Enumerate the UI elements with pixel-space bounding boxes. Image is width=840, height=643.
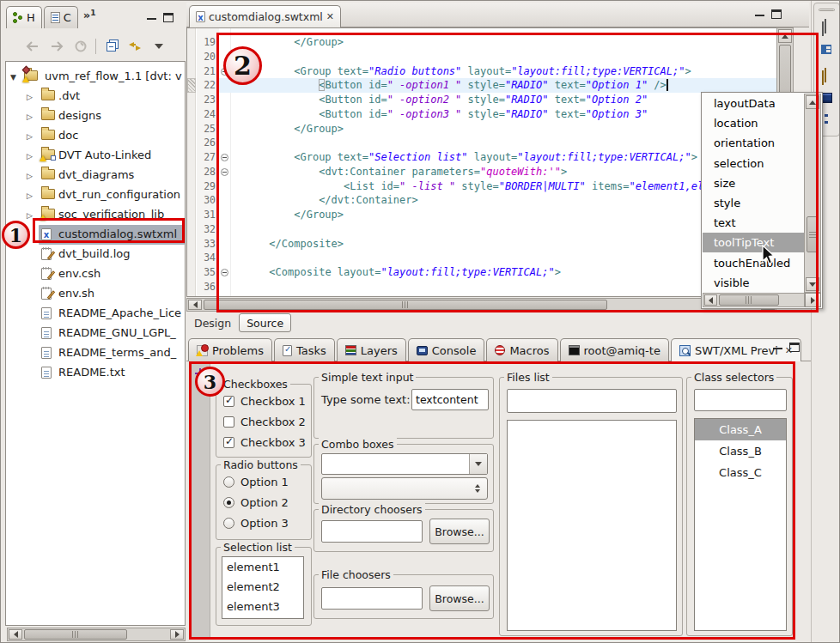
tree-item-uvm-ref-flow-1-1-dvt-v[interactable]: ▼uvm_ref_flow_1.1 [dvt: v xyxy=(6,67,186,87)
scroll-right-icon[interactable] xyxy=(805,293,821,307)
more-views-icon[interactable] xyxy=(825,113,828,124)
bottom-tab-tasks[interactable]: Tasks xyxy=(274,338,335,361)
expander-collapsed-icon[interactable]: ▷ xyxy=(27,93,33,101)
maximize-icon[interactable] xyxy=(163,13,173,22)
show-view-icon[interactable] xyxy=(821,45,831,54)
tab-overflow-chevron[interactable]: »1 xyxy=(80,6,96,28)
list-item-Class_B[interactable]: Class_B xyxy=(695,440,786,462)
file-path-input[interactable] xyxy=(321,587,423,610)
view-menu-icon[interactable] xyxy=(149,37,168,56)
minimize-icon[interactable] xyxy=(147,16,156,20)
scroll-thumb[interactable] xyxy=(24,629,127,640)
scroll-left-icon[interactable] xyxy=(704,294,717,306)
scroll-up-icon[interactable] xyxy=(778,29,792,43)
autocomplete-item-size[interactable]: size xyxy=(703,173,805,193)
files-filter-input[interactable] xyxy=(507,389,677,413)
tree-item-env-csh[interactable]: env.csh xyxy=(6,264,186,284)
checkbox-icon[interactable]: ✓ xyxy=(223,396,234,407)
expander-collapsed-icon[interactable]: ▷ xyxy=(27,152,33,161)
chevron-down-icon[interactable] xyxy=(469,454,487,474)
go-up-icon[interactable] xyxy=(71,37,90,56)
class-filter-input[interactable] xyxy=(694,389,787,411)
editor-hscrollbar[interactable] xyxy=(186,298,776,312)
minimize-icon[interactable] xyxy=(773,346,782,349)
autocomplete-item-text[interactable]: text xyxy=(703,213,805,233)
fold-collapse-icon[interactable] xyxy=(221,168,228,176)
expander-collapsed-icon[interactable]: ▷ xyxy=(27,191,33,200)
simple-text-input[interactable] xyxy=(411,389,489,410)
drag-handle[interactable] xyxy=(819,9,835,11)
tree-item-readme-gnu-lgpl-[interactable]: README_GNU_LGPL_ xyxy=(6,324,186,343)
design-view-button[interactable]: Design xyxy=(189,314,236,332)
scroll-right-icon[interactable] xyxy=(170,629,184,640)
radio-1[interactable]: Option 1 xyxy=(223,476,289,488)
spinner-arrows-icon[interactable] xyxy=(470,480,485,497)
editor-tab-customdialog[interactable]: x customdialog.swtxml ✕ xyxy=(189,5,341,27)
autocomplete-item-layoutData[interactable]: layoutData xyxy=(703,94,805,113)
list-item-element2[interactable]: element2 xyxy=(222,577,303,597)
radio-3[interactable]: Option 3 xyxy=(223,517,289,530)
checkbox-icon[interactable]: ✓ xyxy=(223,437,234,448)
scroll-thumb[interactable] xyxy=(807,216,819,252)
tab-compile-order[interactable]: C xyxy=(44,6,78,28)
autocomplete-item-location[interactable]: location xyxy=(703,113,805,133)
tree-item-customdialog-swtxml[interactable]: xcustomdialog.swtxml xyxy=(6,225,186,245)
back-icon[interactable] xyxy=(23,37,42,56)
preview-palette-strip[interactable] xyxy=(192,364,210,640)
directory-path-input[interactable] xyxy=(321,520,423,543)
expander-collapsed-icon[interactable]: ▷ xyxy=(27,211,33,220)
bottom-tab-root-amiq-te[interactable]: root@amiq-te xyxy=(560,338,669,361)
autocomplete-item-style[interactable]: style xyxy=(703,193,805,213)
expander-expanded-icon[interactable]: ▼ xyxy=(10,73,16,82)
link-with-editor-icon[interactable] xyxy=(125,37,144,56)
browse-file-button[interactable]: Browse... xyxy=(429,585,490,611)
tree-item-readme-apache-lice[interactable]: README_Apache_Lice xyxy=(6,304,186,324)
list-item-Class_A[interactable]: Class_A xyxy=(695,419,786,440)
tree-item-designs[interactable]: ▷designs xyxy=(6,106,186,126)
browse-directory-button[interactable]: Browse... xyxy=(429,519,490,544)
bottom-tab-macros[interactable]: Macros xyxy=(486,338,557,361)
maximize-icon[interactable] xyxy=(789,343,800,352)
files-list[interactable] xyxy=(507,420,677,631)
maximize-icon[interactable] xyxy=(771,9,782,19)
tree-item-dvt-run-configuration[interactable]: ▷dvt_run_configuration xyxy=(6,185,186,205)
dropdown-hscrollbar[interactable] xyxy=(703,293,805,307)
tree-item-dvt-build-log[interactable]: dvt_build.log xyxy=(6,245,186,264)
diagrams-view-icon[interactable] xyxy=(825,68,826,82)
autocomplete-item-visible[interactable]: visible xyxy=(703,273,805,293)
list-item-Class_C[interactable]: Class_C xyxy=(695,462,786,483)
expander-collapsed-icon[interactable]: ▷ xyxy=(27,132,33,141)
combo-box-1[interactable] xyxy=(321,453,488,475)
fold-collapse-icon[interactable] xyxy=(221,269,228,276)
tree-item-env-sh[interactable]: env.sh xyxy=(6,284,186,304)
restore-view-icon[interactable] xyxy=(822,21,824,36)
tree-item-readme-terms-and-[interactable]: README_terms_and_ xyxy=(6,343,186,363)
explorer-hscrollbar[interactable] xyxy=(7,628,186,641)
dropdown-vscrollbar[interactable] xyxy=(804,94,821,293)
radio-icon[interactable] xyxy=(223,476,234,488)
fold-collapse-icon[interactable] xyxy=(221,154,228,161)
collapse-all-icon[interactable] xyxy=(101,37,120,56)
forward-icon[interactable] xyxy=(47,37,66,56)
tree-item--dvt[interactable]: ▷.dvt xyxy=(6,87,186,106)
list-item-element3[interactable]: element3 xyxy=(222,597,303,616)
tree-item-doc[interactable]: ▷doc xyxy=(6,126,186,146)
expander-collapsed-icon[interactable]: ▷ xyxy=(27,112,33,121)
radio-icon[interactable] xyxy=(223,518,234,529)
bottom-tab-problems[interactable]: Problems xyxy=(188,338,272,361)
close-icon[interactable]: ✕ xyxy=(326,11,334,22)
radio-2[interactable]: Option 2 xyxy=(223,496,289,509)
class-list[interactable]: Class_AClass_BClass_C xyxy=(694,418,787,631)
expander-collapsed-icon[interactable]: ▷ xyxy=(27,172,33,180)
list-item-element1[interactable]: element1 xyxy=(222,557,303,577)
tab-hierarchy[interactable]: H xyxy=(6,6,42,28)
autocomplete-item-touchEnabled[interactable]: touchEnabled xyxy=(703,253,805,273)
autocomplete-item-orientation[interactable]: orientation xyxy=(703,133,805,153)
autocomplete-item-selection[interactable]: selection xyxy=(703,154,805,173)
scroll-left-icon[interactable] xyxy=(9,629,22,640)
scroll-thumb[interactable] xyxy=(719,294,779,306)
radio-icon[interactable] xyxy=(223,497,234,508)
checkbox-2[interactable]: Checkbox 2 xyxy=(223,416,306,428)
scroll-down-icon[interactable] xyxy=(806,277,819,291)
autocomplete-dropdown[interactable]: layoutDatalocationorientationselectionsi… xyxy=(701,92,823,309)
